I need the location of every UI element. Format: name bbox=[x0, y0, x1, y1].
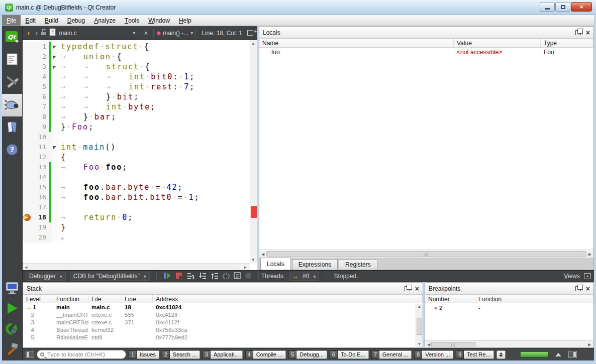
breakpoint-margin[interactable] bbox=[23, 42, 32, 52]
open-document-selector[interactable]: main.c ▾ bbox=[47, 28, 135, 38]
debug-session-selector[interactable]: CDB for "DebugBitfields" ▾ bbox=[70, 272, 150, 281]
output-pane-6[interactable]: 6To-Do E... bbox=[330, 350, 369, 359]
column-header-level[interactable]: Level bbox=[23, 295, 53, 303]
code-line[interactable]: 7→→int·byte; bbox=[23, 102, 250, 112]
scroll-left-icon[interactable]: ◀ bbox=[260, 252, 265, 257]
log-icon[interactable] bbox=[234, 272, 241, 281]
scroll-right-icon[interactable]: ▶ bbox=[587, 342, 592, 347]
step-over-icon[interactable] bbox=[186, 272, 194, 281]
debugger-engine-selector[interactable]: Debugger ▾ bbox=[26, 272, 66, 281]
breakpoint-margin[interactable] bbox=[23, 92, 32, 102]
fold-margin[interactable] bbox=[52, 222, 59, 232]
mode-welcome[interactable]: Qt bbox=[2, 26, 22, 49]
toggle-left-sidebar-button[interactable] bbox=[26, 351, 34, 358]
locals-horizontal-scrollbar[interactable]: ◀ ▶ ||| bbox=[259, 250, 593, 258]
titlebar[interactable]: Qt main.c @ DebugBitfields - Qt Creator … bbox=[0, 0, 596, 15]
stack-vertical-scrollbar[interactable]: ▲ ▼ bbox=[416, 304, 423, 347]
float-panel-icon[interactable] bbox=[575, 286, 581, 291]
fold-margin[interactable] bbox=[52, 42, 59, 52]
fold-margin[interactable] bbox=[52, 112, 59, 122]
output-pane-4[interactable]: 4Compile ... bbox=[245, 350, 286, 359]
breakpoint-margin[interactable] bbox=[23, 232, 32, 242]
fold-margin[interactable] bbox=[52, 202, 59, 212]
column-header-value[interactable]: Value bbox=[454, 39, 541, 47]
tab-registers[interactable]: Registers bbox=[339, 259, 377, 270]
fold-margin[interactable] bbox=[52, 232, 59, 242]
tab-expressions[interactable]: Expressions bbox=[292, 259, 338, 270]
scroll-down-icon[interactable]: ▼ bbox=[250, 258, 257, 262]
fold-margin[interactable] bbox=[52, 122, 59, 132]
fold-margin[interactable] bbox=[52, 142, 59, 152]
mode-design[interactable] bbox=[2, 71, 22, 94]
step-out-icon[interactable] bbox=[211, 272, 219, 281]
fold-margin[interactable] bbox=[52, 72, 59, 82]
scroll-left-icon[interactable]: ◀ bbox=[426, 342, 431, 347]
go-forward-button[interactable]: › bbox=[33, 29, 41, 37]
close-panel-icon[interactable]: × bbox=[586, 29, 590, 36]
output-pane-7[interactable]: 7General ... bbox=[371, 350, 412, 359]
minimize-button[interactable] bbox=[540, 2, 555, 12]
views-menu-button[interactable]: Views ▾ bbox=[564, 273, 591, 280]
breakpoint-row[interactable]: ●2- bbox=[425, 303, 593, 312]
output-pane-3[interactable]: 3Applicati... bbox=[203, 350, 243, 359]
close-document-button[interactable]: × bbox=[141, 29, 151, 37]
scroll-down-icon[interactable]: ▼ bbox=[416, 342, 423, 346]
breakpoint-margin[interactable] bbox=[23, 72, 32, 82]
menu-item-help[interactable]: Help bbox=[174, 15, 196, 26]
close-panel-icon[interactable]: × bbox=[586, 285, 590, 292]
stop-debugger-icon[interactable] bbox=[175, 272, 182, 281]
code-line[interactable]: 4→→→int·bit0:·1; bbox=[23, 72, 250, 82]
breakpoint-margin[interactable] bbox=[23, 152, 32, 162]
output-pane-arrows-button[interactable] bbox=[496, 350, 506, 359]
code-line[interactable]: 15→foo.bar.byte·=·42; bbox=[23, 182, 250, 192]
scrollbar-thumb[interactable] bbox=[417, 318, 422, 335]
chevron-down-icon[interactable]: ▾ bbox=[190, 30, 193, 36]
kit-selector-button[interactable] bbox=[2, 278, 22, 299]
code-line[interactable]: 17 bbox=[23, 202, 250, 212]
output-pane-1[interactable]: 1Issues bbox=[129, 350, 159, 359]
column-header-number[interactable]: Number bbox=[425, 295, 475, 303]
float-panel-icon[interactable] bbox=[405, 286, 410, 291]
locator[interactable] bbox=[37, 350, 126, 359]
editor-horizontal-scrollbar[interactable]: ◀ ▶ bbox=[23, 263, 250, 270]
menu-item-edit[interactable]: Edit bbox=[21, 15, 40, 26]
mode-debug[interactable] bbox=[2, 94, 22, 116]
breakpoint-margin[interactable] bbox=[23, 172, 32, 182]
locator-input[interactable] bbox=[46, 351, 123, 358]
column-header-function[interactable]: Function bbox=[475, 295, 593, 303]
column-header-type[interactable]: Type bbox=[541, 39, 593, 47]
expand-output-icon[interactable] bbox=[555, 353, 561, 356]
code-line[interactable]: 5→→→int·rest:·7; bbox=[23, 82, 250, 92]
record-icon[interactable] bbox=[245, 272, 252, 281]
output-pane-5[interactable]: 5Debugg... bbox=[288, 350, 327, 359]
code-line[interactable]: 3→→struct·{ bbox=[23, 62, 250, 72]
code-line[interactable]: 9}·Foo; bbox=[23, 122, 250, 132]
breakpoint-margin[interactable] bbox=[23, 202, 32, 212]
maximize-button[interactable] bbox=[555, 2, 570, 12]
mode-help[interactable]: ? bbox=[2, 139, 22, 162]
close-button[interactable]: × bbox=[571, 2, 592, 12]
breakpoint-margin[interactable] bbox=[23, 112, 32, 122]
code-line[interactable]: 12{ bbox=[23, 152, 250, 162]
scroll-right-icon[interactable]: ▶ bbox=[587, 252, 592, 257]
locals-table-header[interactable]: NameValueType bbox=[259, 39, 593, 48]
scroll-up-icon[interactable]: ▲ bbox=[250, 41, 257, 46]
fold-margin[interactable] bbox=[52, 172, 59, 182]
menu-item-debug[interactable]: Debug bbox=[63, 15, 89, 26]
thread-selector[interactable]: → #0 ▾ bbox=[289, 272, 319, 281]
build-button[interactable] bbox=[2, 340, 22, 360]
breakpoint-margin[interactable] bbox=[23, 82, 32, 92]
tab-locals[interactable]: Locals bbox=[260, 258, 291, 270]
breakpoint-margin[interactable] bbox=[23, 182, 32, 192]
fold-margin[interactable] bbox=[52, 82, 59, 92]
code-line[interactable]: 2→union·{ bbox=[23, 52, 250, 62]
stack-frame-row[interactable]: 2__tmainCRTStar...crtexe.c5550xc412ff bbox=[23, 311, 423, 318]
code-editor[interactable]: 1typedef·struct·{2→union·{3→→struct·{4→→… bbox=[23, 40, 257, 270]
code-line[interactable]: 19} bbox=[23, 222, 250, 232]
fold-margin[interactable] bbox=[52, 92, 59, 102]
breakpoint-margin[interactable] bbox=[23, 222, 32, 232]
go-back-button[interactable]: ‹ bbox=[25, 29, 33, 37]
stack-frame-row[interactable]: 3mainCRTStartupcrtexe.c3710xc4112f bbox=[23, 318, 423, 326]
column-header-line[interactable]: Line bbox=[122, 295, 153, 303]
breakpoint-margin[interactable] bbox=[23, 122, 32, 132]
